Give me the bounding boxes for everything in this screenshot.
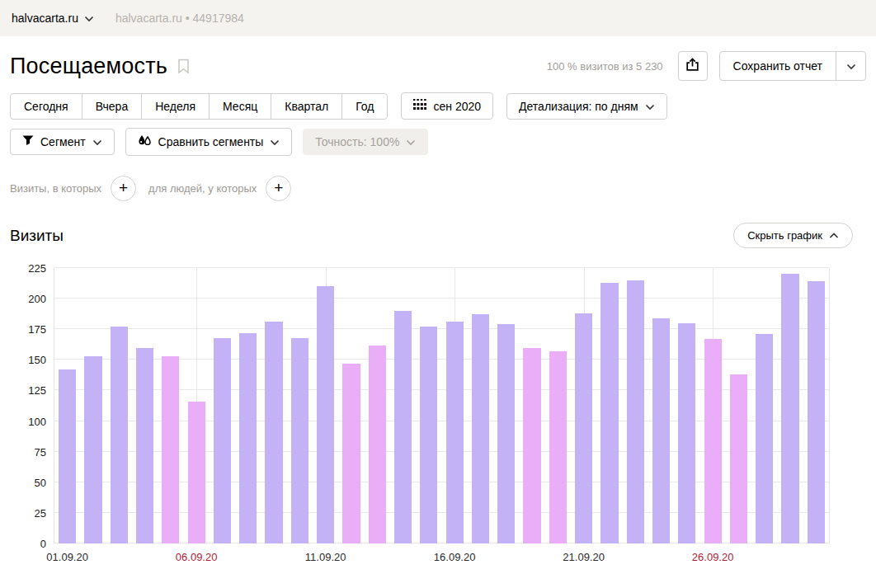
chart-bar[interactable] xyxy=(84,356,101,543)
export-icon xyxy=(685,58,699,74)
chart-bar[interactable] xyxy=(497,324,515,543)
export-button[interactable] xyxy=(678,51,708,81)
calendar-button-label: сен 2020 xyxy=(433,100,481,113)
chevron-down-icon xyxy=(406,135,416,148)
site-switcher[interactable]: halvacarta.ru xyxy=(12,12,94,25)
chart-bar[interactable] xyxy=(600,283,618,543)
chart-bar[interactable] xyxy=(472,314,489,543)
y-axis-label: 0 xyxy=(40,538,46,550)
y-axis-label: 50 xyxy=(35,476,46,488)
tab-month[interactable]: Месяц xyxy=(209,93,271,120)
segment-button-label: Сегмент xyxy=(40,135,86,148)
chevron-up-icon xyxy=(829,229,839,242)
chart-bar[interactable] xyxy=(111,327,128,543)
chart-bar[interactable] xyxy=(59,369,76,543)
chart-bar[interactable] xyxy=(627,280,644,543)
detalization-label: Детализация: по дням xyxy=(519,100,638,113)
visits-filter-label: Визиты, в которых xyxy=(10,182,101,195)
visits-summary: 100 % визитов из 5 230 xyxy=(547,60,663,73)
chart-bar[interactable] xyxy=(781,274,798,543)
chart-bar[interactable] xyxy=(136,348,153,544)
segment-button[interactable]: Сегмент xyxy=(10,129,115,155)
chart-bar[interactable] xyxy=(291,338,308,543)
chart-bar[interactable] xyxy=(756,334,773,543)
chart-bar[interactable] xyxy=(317,286,334,543)
plus-icon: + xyxy=(274,180,283,195)
add-visit-filter-button[interactable]: + xyxy=(111,176,136,201)
chart-bar[interactable] xyxy=(342,364,360,543)
x-axis-label: 01.09.20 xyxy=(46,551,88,563)
period-row: Сегодня Вчера Неделя Месяц Квартал Год с… xyxy=(10,92,866,120)
compare-segments-label: Сравнить сегменты xyxy=(158,135,264,148)
tab-quarter[interactable]: Квартал xyxy=(271,93,342,120)
chart-bar[interactable] xyxy=(652,318,670,543)
chart-bar[interactable] xyxy=(446,322,464,543)
y-axis-label: 75 xyxy=(35,445,46,458)
save-report-caret[interactable] xyxy=(836,52,865,80)
tab-yesterday[interactable]: Вчера xyxy=(82,93,143,120)
chart-bar[interactable] xyxy=(730,374,747,543)
counter-context: halvacarta.ru • 44917984 xyxy=(115,12,244,25)
x-axis-label: 11.09.20 xyxy=(305,551,346,563)
y-axis-label: 225 xyxy=(28,262,46,275)
chart-bar[interactable] xyxy=(523,348,540,544)
y-axis-label: 125 xyxy=(28,384,46,397)
x-axis-label: 26.09.20 xyxy=(692,551,734,563)
save-report-split-button: Сохранить отчет xyxy=(719,51,866,81)
save-report-button[interactable]: Сохранить отчет xyxy=(720,52,836,80)
tab-today[interactable]: Сегодня xyxy=(10,93,82,120)
hide-chart-button[interactable]: Скрыть график xyxy=(733,223,853,248)
tab-year[interactable]: Год xyxy=(341,93,388,120)
x-axis-label: 21.09.20 xyxy=(563,551,605,563)
detalization-button[interactable]: Детализация: по дням xyxy=(506,93,667,120)
chevron-down-icon xyxy=(270,135,280,148)
calendar-icon xyxy=(413,99,426,113)
chevron-down-icon xyxy=(645,100,655,113)
chart-bar[interactable] xyxy=(394,311,412,543)
chart-bar[interactable] xyxy=(188,402,205,543)
chart-bar[interactable] xyxy=(575,313,592,543)
period-tab-group: Сегодня Вчера Неделя Месяц Квартал Год xyxy=(10,93,388,120)
tab-week[interactable]: Неделя xyxy=(141,93,210,120)
chevron-down-icon xyxy=(92,135,102,148)
chart-bar[interactable] xyxy=(239,333,257,543)
chevron-down-icon xyxy=(84,12,94,25)
drops-icon xyxy=(138,134,152,149)
compare-segments-button[interactable]: Сравнить сегменты xyxy=(125,128,293,156)
calendar-button[interactable]: сен 2020 xyxy=(401,92,493,120)
filters-row: Визиты, в которых + для людей, у которых… xyxy=(10,176,866,201)
y-axis-label: 175 xyxy=(28,323,46,336)
bookmark-icon[interactable] xyxy=(177,59,190,78)
title-row: Посещаемость 100 % визитов из 5 230 Сохр… xyxy=(10,49,866,82)
chart-bar[interactable] xyxy=(678,323,695,543)
funnel-icon xyxy=(22,135,34,148)
chevron-down-icon xyxy=(846,59,856,73)
chart-bar[interactable] xyxy=(369,346,386,543)
chart-bar[interactable] xyxy=(808,281,825,543)
y-axis-label: 100 xyxy=(28,415,46,427)
chart-bar[interactable] xyxy=(214,338,231,543)
y-axis-label: 150 xyxy=(28,354,46,366)
visits-bar-chart: 025507510012515017520022501.09.2006.09.2… xyxy=(10,260,866,573)
section-row: Визиты Скрыть график xyxy=(10,223,866,248)
chart-bar[interactable] xyxy=(265,322,282,543)
chart-bar[interactable] xyxy=(420,327,437,543)
accuracy-button[interactable]: Точность: 100% xyxy=(303,129,428,155)
chart-bar[interactable] xyxy=(704,339,722,543)
accuracy-label: Точность: 100% xyxy=(315,135,399,148)
y-axis-label: 25 xyxy=(35,506,46,519)
chart-plot-area: 025507510012515017520022501.09.2006.09.2… xyxy=(54,268,830,543)
x-axis-label: 06.09.20 xyxy=(176,551,218,563)
plus-icon: + xyxy=(119,180,128,195)
add-people-filter-button[interactable]: + xyxy=(266,176,291,201)
chart-section-title: Визиты xyxy=(10,227,64,245)
chart-bar[interactable] xyxy=(162,356,179,543)
site-switcher-label: halvacarta.ru xyxy=(12,12,78,25)
page-title: Посещаемость xyxy=(10,54,167,79)
people-filter-label: для людей, у которых xyxy=(148,182,257,195)
hide-chart-label: Скрыть график xyxy=(747,229,822,242)
segment-row: Сегмент Сравнить сегменты Точность: 100% xyxy=(10,128,866,156)
x-axis-label: 16.09.20 xyxy=(434,551,476,563)
chart-bar[interactable] xyxy=(549,351,567,543)
topbar: halvacarta.ru halvacarta.ru • 44917984 xyxy=(0,0,876,36)
